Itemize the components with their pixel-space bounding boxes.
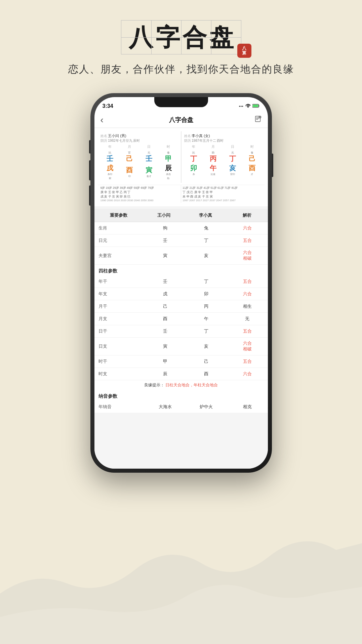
table-row: 月支 酉 午 无 [94, 313, 268, 325]
td-p1-nianzhi: 戌 [145, 288, 186, 300]
good-line: 良缘提示： 日柱天合地合，年柱天合地合 [94, 380, 268, 390]
nav-title: 八字合盘 [169, 116, 193, 124]
p1-branch-month: 酉 [120, 166, 139, 174]
td-p1-rigan: 壬 [145, 325, 186, 337]
p1-stem-year: 壬 [100, 155, 120, 163]
th-analysis: 解析 [226, 209, 268, 222]
status-icons: ••• [239, 103, 260, 109]
td-param-niangan: 年干 [94, 275, 145, 288]
status-time: 3:34 [103, 103, 113, 109]
td-param-rizhi: 日支 [94, 340, 145, 352]
table-header: 重要参数 王小问 李小真 解析 [94, 209, 268, 222]
p1-stem-hour: 甲 [159, 155, 178, 163]
td-analysis-nianzhi: 六合 [227, 288, 268, 300]
td-analysis-yuezhi: 无 [227, 313, 268, 325]
p1-branch-hour: 辰 [159, 164, 178, 172]
td-p1-rizhi: 寅 [145, 340, 186, 352]
luck-years-2: 1997 2007 2017 2027 2037 2047 2057 2067 [183, 199, 262, 202]
td-p2-yuezhi: 午 [186, 313, 227, 325]
table-row: 时支 辰 酉 六合 [94, 368, 268, 380]
table-row: 日干 壬 丁 五合 [94, 325, 268, 338]
bazi-container: 姓名 王小问 (男) 阴历 1982年七月廿九 辰时 年 月 日 时 [94, 128, 268, 206]
td-p1-fuqigong: 寅 [145, 250, 186, 262]
p2-stem-day: 丁 [223, 155, 242, 163]
col-label-year-p2: 年 [184, 144, 204, 149]
person1-branches-row: 戌 杀印财 酉 印 寅 食才 [100, 163, 178, 181]
table-row: 夫妻宫 寅 亥 六合相破 [94, 247, 268, 265]
person1-header: 姓名 王小问 (男) 阴历 1982年七月廿九 辰时 年 月 日 时 [98, 131, 181, 183]
volume-down-button[interactable] [89, 185, 90, 206]
title-badge: 八算 [237, 44, 251, 58]
th-param: 重要参数 [94, 209, 144, 222]
td-p1-shigan: 甲 [145, 355, 186, 368]
person2-lunar: 1987年五月十二 酉时 [192, 139, 224, 142]
signal-icon: ••• [239, 104, 244, 108]
p1-stem-month: 己 [120, 155, 139, 163]
td-p2-shengxiao: 兔 [186, 222, 227, 234]
person1-lunar: 1982年七月廿九 辰时 [108, 139, 140, 142]
p2-stem-year: 丁 [184, 155, 204, 163]
td-param-shengxiao: 生肖 [94, 222, 145, 234]
col-label-hour: 时 [159, 144, 178, 149]
luck-ages-2: 11岁 21岁 31岁 41岁 51岁 61岁 71岁 81岁 [183, 186, 262, 190]
col-label-day-p2: 日 [223, 144, 242, 149]
td-p1-yuegan: 己 [145, 300, 186, 312]
td-p1-shizhi: 辰 [145, 368, 186, 380]
luck-stems-1: 庚 辛 壬 癸 甲 乙 丙 丁 [100, 190, 180, 195]
td-analysis-shizhi: 六合 [227, 368, 268, 380]
phone-outer: 3:34 ••• ‹ 八字合盘 [90, 93, 272, 473]
luck-ages-1: 9岁 19岁 29岁 39岁 49岁 59岁 69岁 79岁 [100, 186, 180, 190]
table-row: 时干 甲 己 五合 [94, 355, 268, 368]
td-p1-riyuan: 壬 [145, 234, 186, 247]
person1-stems-row: 比 壬 官 己 元 壬 [100, 150, 178, 163]
volume-up-button[interactable] [89, 160, 90, 180]
title-area: 八 字 合 盘 八算 恋人、朋友，合作伙伴，找到你天合地合的良缘 [0, 0, 362, 83]
td-p2-fuqigong: 亥 [186, 250, 227, 262]
person2-stems-row: 比 丁 助 丙 元 丁 [184, 150, 262, 163]
power-button[interactable] [272, 154, 273, 177]
p2-stem-hour: 己 [242, 155, 262, 163]
td-p1-niannayin: 大海水 [145, 401, 186, 413]
td-param-shigan: 时干 [94, 355, 145, 368]
td-param-riyuan: 日元 [94, 234, 145, 247]
luck-years-1: 1990 2000 2010 2020 2030 2040 2050 2060 [100, 199, 180, 202]
phone-container: 3:34 ••• ‹ 八字合盘 [0, 93, 362, 473]
person2-branches-row: 卯 杀 午 比食 亥 官印 [184, 163, 262, 177]
td-p1-niangan: 壬 [145, 275, 186, 288]
mute-button[interactable] [89, 140, 90, 154]
luck-branches-1: 戌 亥 子 丑 寅 卯 辰 巳 [100, 195, 180, 199]
person2-name: 李小真 (女) [192, 134, 210, 138]
p2-branch-hour: 酉 [242, 164, 262, 172]
nav-right-button[interactable] [254, 115, 262, 125]
person1-name: 王小问 (男) [108, 134, 126, 138]
subtitle: 恋人、朋友，合作伙伴，找到你天合地合的良缘 [0, 62, 362, 76]
p1-branch-day: 寅 [139, 166, 159, 174]
td-p2-rizhi: 亥 [186, 340, 227, 352]
td-p1-shengxiao: 狗 [145, 222, 186, 234]
wifi-icon [245, 103, 251, 109]
svg-rect-1 [253, 105, 258, 107]
table-row: 月干 己 丙 相生 [94, 300, 268, 313]
td-p2-riyuan: 丁 [186, 234, 227, 247]
td-analysis-rigan: 五合 [227, 325, 268, 337]
th-person2: 李小真 [185, 209, 226, 222]
p1-branch-year: 戌 [100, 164, 120, 172]
phone-notch [154, 97, 208, 107]
nav-bar: ‹ 八字合盘 [94, 112, 268, 128]
luck-row: 9岁 19岁 29岁 39岁 49岁 59岁 69岁 79岁 庚 辛 壬 癸 甲… [98, 185, 265, 203]
td-p2-yuegan: 丙 [186, 300, 227, 312]
scroll-content[interactable]: 姓名 王小问 (男) 阴历 1982年七月廿九 辰时 年 月 日 时 [94, 128, 268, 469]
person2-header: 姓名 李小真 (女) 阴历 1987年五月十二 酉时 年 月 日 时 [181, 131, 265, 183]
table-row: 日元 壬 丁 五合 [94, 234, 268, 247]
phone-screen: 3:34 ••• ‹ 八字合盘 [94, 97, 268, 469]
td-analysis-rizhi: 六合相破 [227, 338, 268, 355]
luck-half-2: 11岁 21岁 31岁 41岁 51岁 61岁 71岁 81岁 丁 戊 己 庚 … [181, 185, 262, 203]
p2-branch-day: 亥 [223, 164, 242, 172]
td-param-yuegan: 月干 [94, 300, 145, 312]
p2-branch-year: 卯 [184, 164, 204, 172]
p2-stem-month: 丙 [203, 155, 223, 163]
col-label-month: 月 [120, 144, 139, 149]
table-row: 年纳音 大海水 炉中火 相克 [94, 401, 268, 413]
back-button[interactable]: ‹ [100, 115, 104, 125]
section-nayin: 纳音参数 [94, 390, 268, 401]
